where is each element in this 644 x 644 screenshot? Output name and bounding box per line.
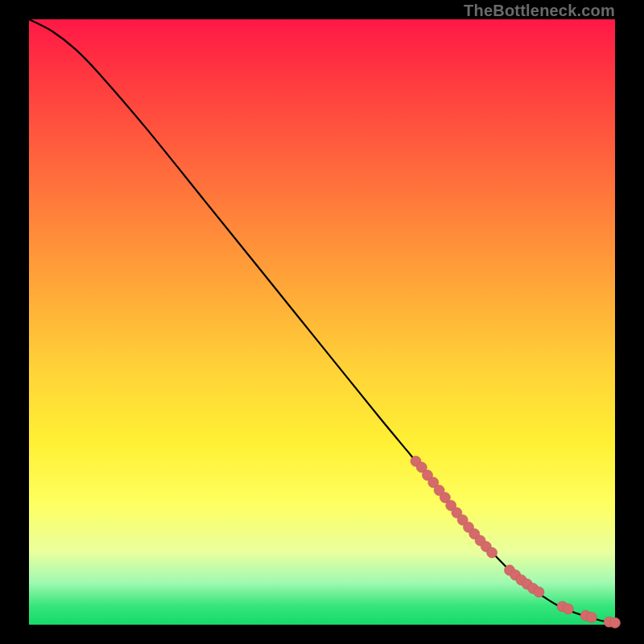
plot-area — [29, 19, 615, 625]
data-marker — [563, 604, 573, 614]
data-marker — [586, 613, 597, 623]
data-marker — [487, 547, 497, 558]
data-marker — [534, 587, 544, 597]
data-markers — [411, 456, 621, 629]
bottleneck-curve — [29, 19, 615, 623]
data-marker — [610, 617, 621, 628]
attribution-label: TheBottleneck.com — [464, 2, 615, 20]
curve-overlay — [29, 19, 615, 625]
chart-stage: TheBottleneck.com — [0, 0, 644, 644]
